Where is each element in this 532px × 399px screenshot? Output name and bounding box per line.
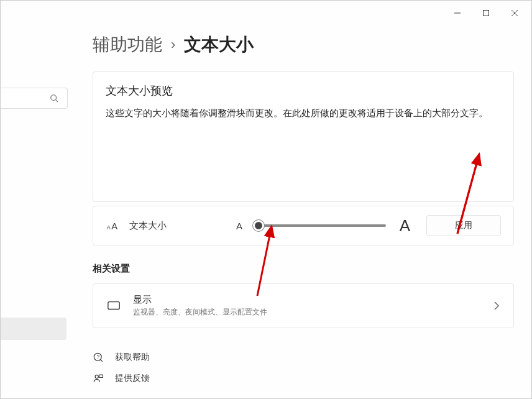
svg-text:?: ? — [96, 354, 99, 360]
monitor-icon — [107, 299, 121, 313]
text-size-label: 文本大小 — [129, 220, 216, 232]
chevron-right-icon — [493, 301, 500, 310]
svg-text:A: A — [111, 221, 117, 231]
feedback-icon — [93, 373, 104, 384]
svg-rect-12 — [99, 375, 103, 378]
search-input[interactable] — [1, 88, 68, 109]
display-link-title: 显示 — [133, 294, 481, 306]
feedback-label: 提供反馈 — [115, 373, 150, 384]
display-settings-link[interactable]: 显示 监视器、亮度、夜间模式、显示配置文件 — [93, 283, 514, 328]
letter-large-indicator: A — [400, 216, 410, 236]
svg-rect-8 — [108, 302, 119, 310]
maximize-button[interactable] — [472, 3, 500, 23]
text-size-preview-card: 文本大小预览 这些文字的大小将随着你调整滑块而更改。在此处所做的更改将适用于设备… — [93, 71, 514, 202]
get-help-label: 获取帮助 — [115, 352, 150, 363]
main-content: 辅助功能 › 文本大小 文本大小预览 这些文字的大小将随着你调整滑块而更改。在此… — [93, 33, 514, 392]
preview-description: 这些文字的大小将随着你调整滑块而更改。在此处所做的更改将适用于设备上的大部分文字… — [106, 106, 501, 121]
text-size-slider[interactable] — [256, 224, 386, 227]
breadcrumb-parent[interactable]: 辅助功能 — [93, 33, 162, 57]
text-size-slider-card: A A 文本大小 A A 应用 — [93, 206, 514, 245]
apply-button[interactable]: 应用 — [426, 215, 501, 236]
breadcrumb-current: 文本大小 — [184, 33, 254, 57]
letter-small-indicator: A — [236, 221, 242, 231]
maximize-icon — [482, 9, 490, 17]
breadcrumb: 辅助功能 › 文本大小 — [93, 33, 514, 57]
window-titlebar — [1, 1, 531, 25]
svg-text:A: A — [107, 224, 111, 231]
minimize-button[interactable] — [443, 3, 472, 23]
close-button[interactable] — [500, 3, 529, 23]
svg-line-5 — [56, 100, 58, 103]
text-size-icon: A A — [106, 219, 119, 232]
display-link-desc: 监视器、亮度、夜间模式、显示配置文件 — [133, 307, 481, 318]
search-icon — [50, 94, 58, 103]
help-icon: ? — [93, 352, 104, 363]
display-link-texts: 显示 监视器、亮度、夜间模式、显示配置文件 — [133, 294, 481, 318]
preview-title: 文本大小预览 — [106, 83, 501, 98]
footer-links: ? 获取帮助 提供反馈 — [93, 347, 514, 389]
get-help-link[interactable]: ? 获取帮助 — [93, 347, 514, 368]
left-sidebar — [1, 25, 75, 398]
svg-point-11 — [95, 375, 98, 378]
chevron-right-icon: › — [171, 37, 175, 53]
svg-rect-1 — [484, 11, 489, 16]
svg-point-4 — [51, 95, 57, 101]
related-settings-heading: 相关设置 — [93, 263, 514, 275]
feedback-link[interactable]: 提供反馈 — [93, 368, 514, 389]
close-icon — [511, 9, 518, 17]
sidebar-selected-indicator — [1, 318, 66, 340]
minimize-icon — [454, 9, 461, 17]
slider-thumb[interactable] — [253, 220, 264, 231]
